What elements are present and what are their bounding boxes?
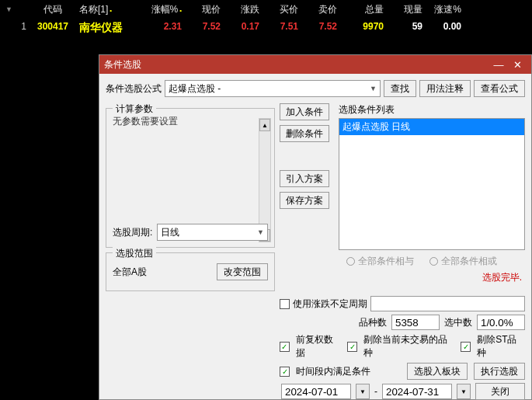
col-ask[interactable]: 卖价	[301, 3, 340, 16]
checkbox-fq[interactable]: ✓	[280, 342, 290, 352]
table-header: ▼ 代码 名称[1]• 涨幅%• 现价 涨跌 买价 卖价 总量 现量 涨速%	[0, 0, 532, 19]
col-name[interactable]: 名称[1]•	[76, 3, 138, 16]
minimize-icon[interactable]: —	[489, 59, 508, 71]
formula-label: 条件选股公式	[106, 82, 162, 96]
stock-table: ▼ 代码 名称[1]• 涨幅%• 现价 涨跌 买价 卖价 总量 现量 涨速% 1…	[0, 0, 532, 37]
scroll-up-icon[interactable]: ▲	[259, 119, 270, 131]
date-from-input[interactable]	[281, 384, 351, 399]
usage-button[interactable]: 用法注释	[419, 80, 471, 97]
condition-list-label: 选股条件列表	[339, 103, 525, 117]
vol-value: 9970	[340, 21, 387, 35]
notrade-label: 剔除当前未交易的品种	[363, 333, 454, 360]
speed-value: 0.00	[426, 21, 464, 35]
chevron-down-icon: ▼	[370, 85, 377, 92]
condition-list[interactable]: 起爆点选股 日线	[339, 118, 525, 250]
bid-value: 7.51	[263, 21, 301, 35]
chevron-down-icon: ▼	[257, 228, 264, 236]
checkbox-st[interactable]: ✓	[461, 342, 471, 352]
dialog-title: 条件选股	[104, 58, 489, 71]
col-vol[interactable]: 总量	[340, 3, 387, 16]
checkbox-unfixed-period[interactable]	[280, 299, 290, 309]
calc-params-group: 计算参数 无参数需要设置 ▲ ▼ 选股周期: 日线▼	[106, 108, 275, 248]
pct-value: 2.31	[138, 21, 185, 35]
ask-value: 7.52	[301, 21, 340, 35]
count-kind-label: 品种数	[359, 316, 387, 329]
find-button[interactable]: 查找	[384, 80, 416, 97]
close-button[interactable]: 关闭	[475, 383, 525, 400]
to-block-button[interactable]: 选股入板块	[407, 363, 468, 380]
fq-label: 前复权数据	[296, 333, 342, 360]
date-from-dropdown[interactable]: ▼	[356, 384, 370, 399]
checkbox-notrade[interactable]: ✓	[347, 342, 357, 352]
count-sel-label: 选中数	[444, 316, 472, 329]
save-plan-button[interactable]: 保存方案	[280, 192, 329, 209]
stock-code: 300417	[30, 21, 76, 35]
run-button[interactable]: 执行选股	[474, 363, 525, 380]
import-plan-button[interactable]: 引入方案	[280, 170, 329, 187]
dropdown-icon[interactable]: ▼	[5, 5, 12, 13]
delete-condition-button[interactable]: 删除条件	[280, 125, 329, 142]
timerange-label: 时间段内满足条件	[296, 365, 370, 378]
range-group: 选股范围 全部A股 改变范围	[106, 252, 275, 291]
radio-or[interactable]: 全部条件相或	[429, 255, 497, 268]
view-formula-button[interactable]: 查看公式	[474, 80, 525, 97]
no-params-text: 无参数需要设置	[113, 115, 268, 128]
checkbox-timerange[interactable]: ✓	[280, 367, 290, 377]
stock-name: 南华仪器	[76, 21, 138, 35]
formula-select[interactable]: 起爆点选股 -▼	[165, 80, 381, 97]
col-speed[interactable]: 涨速%	[426, 3, 464, 16]
col-bid[interactable]: 买价	[263, 3, 301, 16]
change-range-button[interactable]: 改变范围	[217, 263, 268, 280]
titlebar[interactable]: 条件选股 — ✕	[99, 55, 531, 74]
unfixed-period-label: 使用涨跌不定周期	[293, 297, 367, 311]
condition-item[interactable]: 起爆点选股 日线	[339, 119, 524, 135]
table-row[interactable]: 1 300417 南华仪器 2.31 7.52 0.17 7.51 7.52 9…	[0, 19, 532, 37]
period-label: 选股周期:	[113, 226, 152, 239]
cvol-value: 59	[387, 21, 426, 35]
col-cvol[interactable]: 现量	[387, 3, 426, 16]
col-code[interactable]: 代码	[30, 3, 76, 16]
st-label: 剔除ST品种	[477, 333, 525, 360]
stock-picker-dialog: 条件选股 — ✕ 条件选股公式 起爆点选股 -▼ 查找 用法注释 查看公式 计算…	[99, 54, 532, 400]
col-chg[interactable]: 涨跌	[224, 3, 263, 16]
add-condition-button[interactable]: 加入条件	[280, 103, 329, 120]
period-select[interactable]: 日线▼	[157, 224, 268, 241]
radio-icon	[346, 257, 355, 266]
price-value: 7.52	[185, 21, 224, 35]
count-kind-value[interactable]	[391, 315, 440, 330]
col-pct[interactable]: 涨幅%•	[138, 3, 185, 16]
range-value: 全部A股	[113, 266, 147, 279]
status-text: 选股完毕.	[339, 271, 525, 284]
count-sel-value[interactable]	[477, 315, 525, 330]
radio-icon	[429, 257, 438, 266]
date-to-dropdown[interactable]: ▼	[457, 384, 471, 399]
col-price[interactable]: 现价	[185, 3, 224, 16]
calc-params-title: 计算参数	[113, 103, 156, 116]
radio-and[interactable]: 全部条件相与	[346, 255, 414, 268]
close-icon[interactable]: ✕	[508, 59, 527, 71]
date-to-input[interactable]	[382, 384, 452, 399]
unfixed-period-input[interactable]	[370, 296, 525, 311]
chg-value: 0.17	[224, 21, 263, 35]
range-title: 选股范围	[113, 247, 156, 260]
date-separator: -	[374, 386, 377, 397]
row-index: 1	[16, 21, 30, 35]
